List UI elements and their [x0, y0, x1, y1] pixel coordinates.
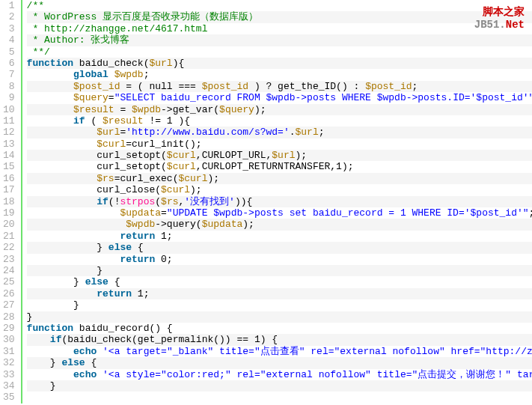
code-line[interactable]: * Author: 张戈博客: [27, 34, 532, 46]
code-token: '<a style="color:red;" rel="external nof…: [103, 369, 532, 380]
code-line[interactable]: if(baidu_check(get_permalink()) == 1) {: [27, 334, 532, 345]
code-token: $curl: [97, 138, 126, 150]
code-line[interactable]: } else {: [27, 276, 532, 287]
code-line[interactable]: function baidu_record() {: [27, 323, 532, 334]
code-token: baidu_record() {: [73, 323, 173, 334]
code-line[interactable]: return 0;: [27, 254, 532, 265]
code-line[interactable]: $query="SELECT baidu_record FROM $wpdb->…: [27, 92, 532, 103]
line-number: 26: [3, 288, 15, 299]
code-token: $url: [296, 127, 319, 138]
code-token: = ( null ===: [120, 81, 201, 92]
code-token: (baidu_check(get_permalink()) == 1) {: [61, 334, 278, 345]
code-line[interactable]: curl_setopt($curl,CURLOPT_URL,$url);: [27, 150, 532, 161]
code-token: 0;: [155, 254, 172, 265]
code-line[interactable]: global $wpdb;: [27, 69, 532, 80]
code-token: $post_id: [202, 81, 248, 92]
line-number: 28: [3, 311, 15, 323]
code-token: $wpdb: [132, 104, 161, 115]
code-token: $curl: [167, 150, 196, 161]
code-token: "SELECT baidu_record FROM $wpdb->posts W…: [114, 92, 532, 103]
line-number: 22: [3, 242, 15, 253]
line-number: 23: [3, 254, 15, 265]
code-line[interactable]: $wpdb->query($updata);: [27, 219, 532, 230]
line-number: 29: [3, 323, 15, 334]
code-token: [27, 288, 97, 299]
code-token: if: [73, 115, 85, 127]
line-number: 20: [3, 219, 15, 230]
code-token: (: [155, 196, 161, 207]
code-token: [27, 219, 126, 230]
line-number: 9: [3, 92, 15, 103]
code-line[interactable]: [27, 392, 532, 403]
line-number: 32: [3, 357, 15, 368]
code-line[interactable]: $curl=curl_init();: [27, 138, 532, 150]
code-line[interactable]: if(!strpos($rs,'没有找到')){: [27, 196, 532, 207]
code-token: {: [132, 242, 144, 253]
code-line[interactable]: function baidu_check($url){: [27, 58, 532, 69]
code-line[interactable]: echo '<a target="_blank" title="点击查看" re…: [27, 346, 532, 357]
code-line[interactable]: } else {: [27, 357, 532, 368]
code-token: );: [207, 173, 219, 184]
code-line[interactable]: } else {: [27, 242, 532, 253]
code-line[interactable]: }: [27, 311, 532, 323]
code-line[interactable]: $updata="UPDATE $wpdb->posts set baidu_r…: [27, 207, 532, 219]
code-line[interactable]: return 1;: [27, 288, 532, 299]
code-line[interactable]: $post_id = ( null === $post_id ) ? get_t…: [27, 81, 532, 92]
code-line[interactable]: }: [27, 299, 532, 311]
code-token: echo: [73, 369, 97, 380]
code-line[interactable]: * http://zhangge.net/4617.html: [27, 23, 532, 34]
code-token: * http://zhangge.net/4617.html: [27, 23, 208, 34]
code-area[interactable]: /** * WordPress 显示百度是否收录功能（数据库版） * http:…: [22, 0, 532, 404]
code-token: '没有找到': [184, 196, 235, 207]
code-token: if: [97, 196, 108, 207]
code-token: $rs: [161, 196, 178, 207]
line-number: 17: [3, 184, 15, 195]
code-line[interactable]: curl_setopt($curl,CURLOPT_RETURNTRANSFER…: [27, 161, 532, 172]
code-token: != 1 ){: [144, 115, 190, 127]
line-number: 5: [3, 46, 15, 58]
code-token: function: [27, 323, 73, 334]
code-token: $url: [149, 58, 172, 69]
code-editor: 1234567891011121314151617181920212223242…: [0, 0, 532, 404]
code-token: [27, 346, 73, 357]
code-line[interactable]: $result = $wpdb->get_var($query);: [27, 104, 532, 115]
code-token: }: [27, 311, 33, 323]
code-line[interactable]: **/: [27, 46, 532, 58]
code-token: if: [50, 334, 62, 345]
code-token: curl_close(: [27, 184, 161, 195]
code-token: );: [190, 184, 202, 195]
code-token: )){: [235, 196, 252, 207]
code-token: function: [27, 58, 73, 69]
line-number: 1: [3, 0, 15, 11]
code-line[interactable]: $url='http://www.baidu.com/s?wd='.$url;: [27, 127, 532, 138]
code-token: **/: [27, 46, 50, 58]
code-line[interactable]: }: [27, 380, 532, 392]
code-token: $curl: [161, 184, 190, 195]
code-token: [27, 138, 97, 150]
code-token: $query: [219, 104, 254, 115]
code-line[interactable]: if ( $result != 1 ){: [27, 115, 532, 127]
code-line[interactable]: * WordPress 显示百度是否收录功能（数据库版）: [27, 11, 532, 22]
code-token: $url: [272, 150, 295, 161]
line-number: 24: [3, 265, 15, 276]
line-number: 16: [3, 173, 15, 184]
code-token: );: [242, 219, 254, 230]
code-line[interactable]: /**: [27, 0, 532, 11]
code-token: $rs: [97, 173, 114, 184]
line-number: 25: [3, 276, 15, 287]
code-token: [27, 127, 97, 138]
code-token: [27, 207, 120, 219]
code-token: $updata: [202, 219, 243, 230]
code-line[interactable]: return 1;: [27, 231, 532, 242]
code-token: ,CURLOPT_URL,: [196, 150, 272, 161]
line-number-gutter: 1234567891011121314151617181920212223242…: [0, 0, 22, 404]
code-token: global: [73, 69, 108, 80]
code-line[interactable]: curl_close($curl);: [27, 184, 532, 195]
code-line[interactable]: $rs=curl_exec($curl);: [27, 173, 532, 184]
code-token: }: [27, 380, 56, 392]
line-number: 10: [3, 104, 15, 115]
code-token: curl_setopt(: [27, 161, 167, 172]
code-line[interactable]: echo '<a style="color:red;" rel="externa…: [27, 369, 532, 380]
code-token: else: [85, 276, 108, 287]
code-line[interactable]: }: [27, 265, 532, 276]
